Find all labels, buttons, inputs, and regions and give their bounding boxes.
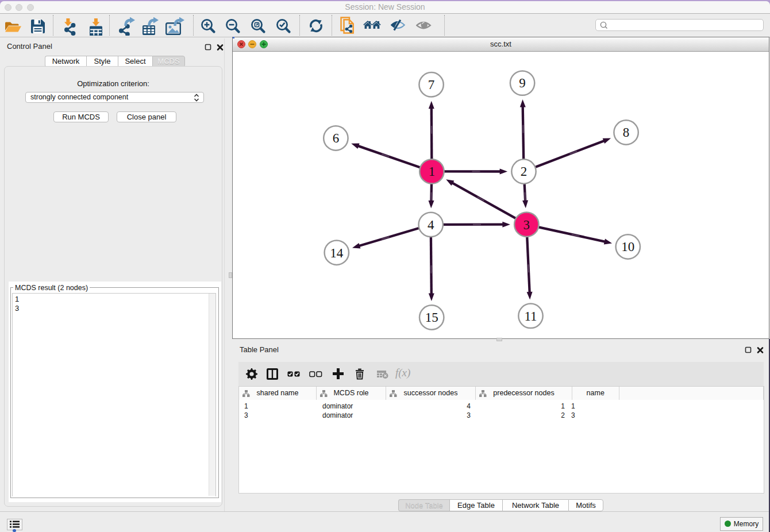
svg-text:7: 7 (428, 78, 435, 92)
svg-text:15: 15 (425, 310, 438, 325)
svg-text:3: 3 (523, 218, 530, 232)
svg-text:1: 1 (429, 164, 436, 179)
svg-text:2: 2 (521, 164, 528, 179)
svg-text:8: 8 (623, 125, 630, 140)
svg-text:10: 10 (621, 240, 634, 254)
svg-text:4: 4 (428, 218, 434, 232)
svg-text:6: 6 (333, 131, 340, 145)
svg-text:11: 11 (524, 309, 537, 323)
svg-text:14: 14 (330, 246, 344, 260)
svg-text:9: 9 (519, 76, 526, 90)
